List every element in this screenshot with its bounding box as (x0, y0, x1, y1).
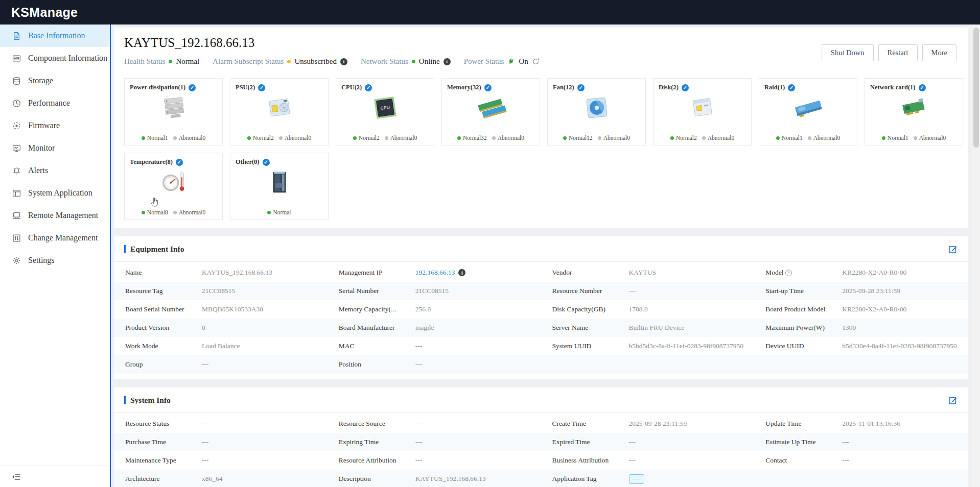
restart-button[interactable]: Restart (878, 44, 918, 61)
hardware-card-cpu-2[interactable]: CPU(2)✓CPUNormal2Abnormal0 (336, 78, 434, 145)
alarm-bell-icon (12, 166, 21, 175)
selected-check-icon: ✓ (682, 84, 689, 91)
sidebar-item-label: Change Management (28, 233, 98, 242)
field-label: Board Serial Number (125, 305, 202, 313)
hardware-card-psu-2[interactable]: PSU(2)✓Normal2Abnormal0 (230, 78, 329, 145)
help-icon[interactable]: ? (785, 270, 792, 276)
field-expiring-time: Expiring Time--- (328, 438, 541, 446)
field-architecture: Architecturex86_64 (114, 475, 328, 483)
abnormal-count: Abnormal0 (173, 135, 205, 141)
collapse-sidebar-icon[interactable] (11, 472, 21, 482)
hardware-card-fan-12[interactable]: Fan(12)✓Normal12Abnormal0 (547, 78, 646, 145)
application-tag-chip[interactable]: --- (629, 474, 644, 484)
field-value: KR2280-X2-A0-R0-00 (842, 305, 906, 313)
hardware-card-disk-2[interactable]: Disk(2)✓Normal2Abnormal0 (653, 78, 752, 145)
normal-dot-icon (142, 136, 145, 140)
system-info-header: System Info (114, 387, 968, 413)
app-logo: KSManage (11, 5, 78, 20)
field-label: Resource Status (125, 420, 202, 428)
card-status: Normal8Abnormal0 (125, 209, 222, 215)
info-icon[interactable]: i (444, 58, 451, 65)
sidebar-item-remote-management[interactable]: Remote Management (0, 204, 110, 227)
field-value: --- (415, 360, 423, 369)
action-buttons: Shut DownRestartMore (817, 44, 956, 61)
field-label: Update Time (765, 420, 842, 428)
abnormal-count: Abnormal0 (492, 135, 524, 141)
sidebar-item-system-application[interactable]: System Application (0, 182, 110, 204)
table-row: Board Serial NumberMBQB05K10533A30Memory… (114, 300, 968, 319)
field-board-product-model: Board Product ModelKR2280-X2-A0-R0-00 (754, 305, 968, 313)
device-overview-panel: KAYTUS_192.168.66.13 Health StatusNormal… (114, 28, 968, 228)
sidebar-item-alerts[interactable]: Alerts (0, 159, 110, 182)
hardware-card-temperature-8[interactable]: Temperature(8)✓Normal8Abnormal0 (124, 153, 223, 220)
abnormal-count: Abnormal0 (914, 135, 946, 141)
sidebar-item-storage[interactable]: Storage (0, 69, 110, 92)
field-value: Load Balance (202, 342, 240, 350)
edit-icon[interactable] (948, 396, 958, 405)
card-title-row: PSU(2)✓ (236, 84, 323, 91)
sidebar-item-component-information[interactable]: Component Information (0, 47, 110, 69)
field-value-link[interactable]: 192.168.66.13i (415, 269, 466, 277)
field-resource-status: Resource Status--- (114, 420, 328, 428)
field-resource-attribution: Resource Attribution--- (328, 456, 541, 465)
gauge-clock-icon (12, 99, 21, 108)
monitor-icon (12, 144, 21, 153)
normal-dot-icon (670, 136, 674, 140)
field-label: Purchase Time (125, 438, 202, 446)
field-value: KAYTUS_192.168.66.13 (415, 475, 486, 483)
memory-icon (447, 92, 534, 124)
field-value: 2025-11-01 13:16:36 (842, 420, 900, 428)
field-label: Board Manufacturer (339, 324, 415, 332)
field-update-time: Update Time2025-11-01 13:16:36 (754, 420, 968, 428)
hardware-card-other-0[interactable]: Other(0)✓Normal (230, 153, 329, 220)
normal-dot-icon (776, 136, 780, 140)
field-value: --- (842, 438, 849, 446)
field-label: Position (339, 360, 415, 369)
normal-dot-icon (882, 136, 885, 140)
refresh-icon[interactable] (532, 58, 540, 65)
field-device-uuid: Device UUIDb5d330e4-8a4f-11ef-0283-98f90… (754, 342, 968, 350)
shut-down-button[interactable]: Shut Down (822, 44, 874, 61)
field-expired-time: Expired Time--- (541, 438, 755, 446)
sidebar-item-label: Component Information (28, 54, 107, 63)
field-board-serial-number: Board Serial NumberMBQB05K10533A30 (114, 305, 328, 313)
field-value: --- (202, 438, 209, 446)
card-title: Raid(1) (764, 84, 785, 91)
document-icon (12, 32, 21, 40)
sidebar-item-label: Firmware (28, 121, 60, 130)
card-status: Normal12Abnormal0 (548, 135, 645, 141)
field-value: 21CC08515 (415, 287, 449, 295)
card-title: Other(0) (236, 158, 260, 166)
info-icon[interactable]: i (458, 269, 465, 276)
abnormal-dot-icon (173, 136, 177, 140)
field-label: Estimate Up Time (765, 438, 842, 446)
field-label: System UUID (552, 342, 629, 350)
sidebar-item-label: Settings (28, 256, 55, 265)
sidebar-item-label: Remote Management (28, 211, 98, 220)
card-title: Network card(1) (870, 84, 916, 91)
field-label: Disk Capacity(GB) (552, 305, 629, 313)
hardware-card-raid-1[interactable]: Raid(1)✓Normal1Abnormal0 (759, 78, 857, 145)
info-icon[interactable]: i (340, 58, 347, 65)
sidebar-item-firmware[interactable]: Firmware (0, 114, 110, 137)
abnormal-dot-icon (598, 136, 601, 140)
normal-dot-icon (457, 136, 461, 140)
hardware-card-power-dissipation-1[interactable]: Power dissipation(1)✓Normal1Abnormal0 (124, 78, 223, 145)
scrollbar-thumb[interactable] (973, 28, 979, 148)
sidebar-item-monitor[interactable]: Monitor (0, 137, 110, 159)
edit-icon[interactable] (948, 245, 958, 254)
field-vendor: VendorKAYTUS (541, 269, 755, 277)
status-label: Health Status (124, 57, 165, 66)
sidebar-item-base-information[interactable]: Base Information (0, 25, 110, 47)
hardware-card-network-card-1[interactable]: Network card(1)✓Normal1Abnormal0 (865, 78, 963, 145)
more-button[interactable]: More (922, 44, 956, 61)
field-label: Work Mode (125, 342, 202, 350)
field-label: Description (339, 475, 415, 483)
sidebar-item-change-management[interactable]: Change Management (0, 227, 110, 249)
hardware-card-memory-32[interactable]: Memory(32)✓Normal32Abnormal0 (441, 78, 540, 145)
selected-check-icon: ✓ (577, 84, 585, 91)
sidebar-item-performance[interactable]: Performance (0, 92, 110, 114)
normal-count: Normal1 (776, 135, 803, 141)
disk-icon (659, 92, 746, 124)
sidebar-item-settings[interactable]: Settings (0, 249, 110, 272)
